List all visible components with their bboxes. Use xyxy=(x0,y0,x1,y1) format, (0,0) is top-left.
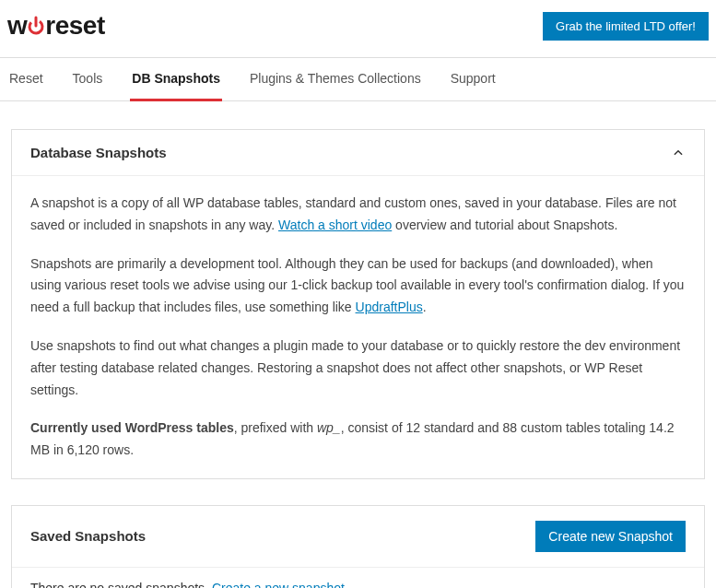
snapshot-intro-text: A snapshot is a copy of all WP database … xyxy=(30,193,686,237)
saved-snapshots-panel: Saved Snapshots Create new Snapshot Ther… xyxy=(11,505,705,588)
chevron-up-icon xyxy=(671,146,686,160)
create-snapshot-button[interactable]: Create new Snapshot xyxy=(535,521,686,552)
logo-text-suffix: reset xyxy=(45,11,104,41)
tab-tools[interactable]: Tools xyxy=(71,58,105,101)
tab-reset[interactable]: Reset xyxy=(7,58,45,101)
saved-snapshots-header: Saved Snapshots Create new Snapshot xyxy=(12,506,704,568)
snapshot-usage-text: Use snapshots to find out what changes a… xyxy=(30,335,686,401)
updraftplus-link[interactable]: UpdraftPlus xyxy=(356,300,423,314)
wpreset-logo: wreset xyxy=(7,11,105,41)
table-prefix: wp_ xyxy=(317,420,341,435)
database-snapshots-title: Database Snapshots xyxy=(30,145,167,160)
ltd-offer-button[interactable]: Grab the limited LTD offer! xyxy=(543,12,709,41)
tab-plugins-themes[interactable]: Plugins & Themes Collections xyxy=(248,58,423,101)
logo-text-p xyxy=(27,11,45,41)
saved-snapshots-title: Saved Snapshots xyxy=(30,528,146,544)
tab-support[interactable]: Support xyxy=(449,58,498,101)
logo-text-prefix: w xyxy=(7,11,27,41)
database-snapshots-panel: Database Snapshots A snapshot is a copy … xyxy=(11,129,705,479)
tab-bar: Reset Tools DB Snapshots Plugins & Theme… xyxy=(0,57,716,101)
create-snapshot-link[interactable]: Create a new snapshot. xyxy=(212,581,348,588)
tab-db-snapshots[interactable]: DB Snapshots xyxy=(130,58,222,101)
no-snapshots-text: There are no saved snapshots. xyxy=(30,581,212,588)
page-header: wreset Grab the limited LTD offer! xyxy=(0,0,716,57)
current-tables-label: Currently used WordPress tables xyxy=(30,420,234,435)
database-snapshots-body: A snapshot is a copy of all WP database … xyxy=(12,176,704,478)
current-tables-text: Currently used WordPress tables, prefixe… xyxy=(30,417,686,462)
watch-video-link[interactable]: Watch a short video xyxy=(278,218,392,232)
saved-snapshots-body: There are no saved snapshots. Create a n… xyxy=(12,568,704,588)
snapshot-dev-tool-text: Snapshots are primarily a development to… xyxy=(30,253,686,319)
database-snapshots-header[interactable]: Database Snapshots xyxy=(12,130,704,176)
content-area: Database Snapshots A snapshot is a copy … xyxy=(0,101,716,588)
